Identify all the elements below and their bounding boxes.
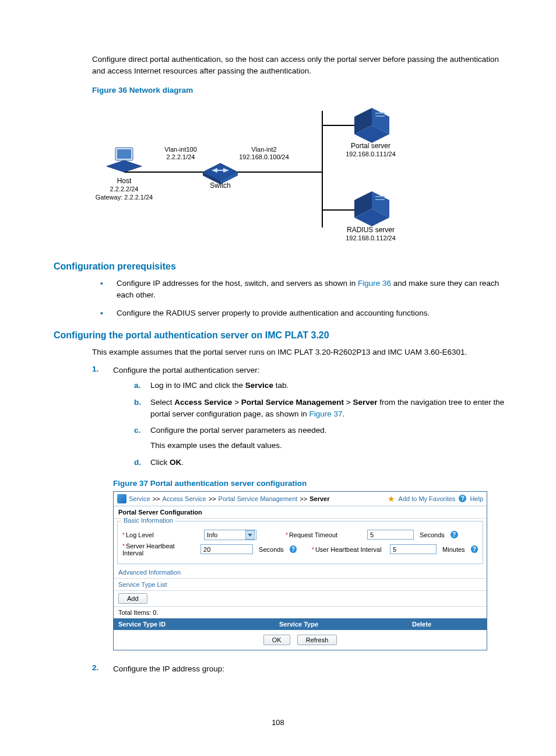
- radius-ip: 192.168.0.112/24: [336, 235, 406, 242]
- total-items-label: Total Items: 0.: [114, 606, 487, 618]
- step-1-number: 1.: [92, 365, 113, 473]
- breadcrumb-access-service[interactable]: Access Service: [163, 495, 206, 502]
- step-2-number: 2.: [92, 663, 113, 675]
- service-type-list-header: Service Type List: [114, 578, 487, 590]
- config-intro: This example assumes that the portal ser…: [92, 346, 509, 359]
- breadcrumb-sep-3: >>: [300, 495, 307, 502]
- substep-b-b1: Access Service: [174, 398, 232, 407]
- breadcrumb-service[interactable]: Service: [129, 495, 150, 502]
- breadcrumb: Service >> Access Service >> Portal Serv…: [114, 492, 487, 506]
- user-hb-input[interactable]: [390, 544, 437, 554]
- star-icon: ★: [388, 494, 395, 503]
- help-icon-user-hb[interactable]: ?: [471, 545, 478, 553]
- ok-button[interactable]: OK: [263, 635, 290, 645]
- network-diagram: Host 2.2.2.2/24 Gateway: 2.2.2.1/24 Vlan…: [92, 99, 418, 251]
- portal-ip: 192.168.0.111/24: [336, 150, 406, 158]
- breadcrumb-portal-mgmt[interactable]: Portal Service Management: [219, 495, 298, 502]
- help-icon-server-hb[interactable]: ?: [290, 545, 297, 553]
- breadcrumb-sep-2: >>: [209, 495, 216, 502]
- svg-rect-14: [375, 116, 385, 117]
- figure-36-link[interactable]: Figure 36: [358, 279, 391, 288]
- substep-d: d. Click OK.: [134, 457, 509, 468]
- breadcrumb-icon: [117, 494, 126, 503]
- substep-a-t2: tab.: [273, 381, 288, 390]
- advanced-info-link[interactable]: Advanced Information: [118, 569, 181, 576]
- step-1-text: Configure the portal authentication serv…: [113, 366, 259, 374]
- substep-b-sep1: >: [232, 398, 241, 407]
- breadcrumb-sep-1: >>: [153, 495, 160, 502]
- step-2-text: Configure the IP address group:: [113, 663, 509, 675]
- minutes-label: Minutes: [442, 546, 465, 553]
- svg-rect-6: [117, 149, 131, 159]
- substep-b-t1: Select: [150, 398, 174, 407]
- substep-a-t1: Log in to IMC and click the: [150, 381, 245, 390]
- table-header: Service Type ID Service Type Delete: [114, 618, 487, 630]
- prereq-bullet-1: Configure IP addresses for the host, swi…: [117, 278, 509, 302]
- svg-rect-19: [375, 199, 385, 200]
- figure-37-link[interactable]: Figure 37: [309, 410, 342, 418]
- prereq-bullet-2: Configure the RADIUS server properly to …: [117, 307, 509, 320]
- log-level-label: *Log Level: [122, 531, 198, 538]
- th-delete: Delete: [407, 618, 487, 630]
- substep-b-letter: b.: [134, 397, 150, 421]
- chevron-down-icon: [245, 530, 255, 540]
- add-favorites-link[interactable]: Add to My Favorites: [399, 495, 456, 502]
- vlan100-name: Vlan-int100: [146, 146, 216, 153]
- svg-marker-20: [248, 534, 252, 537]
- svg-rect-13: [375, 113, 385, 114]
- substep-d-t2: .: [181, 458, 184, 467]
- step-1: 1. Configure the portal authentication s…: [92, 365, 509, 473]
- heading-configuring: Configuring the portal authentication se…: [54, 330, 509, 341]
- seconds-label-1: Seconds: [420, 531, 445, 538]
- breadcrumb-server: Server: [309, 495, 329, 502]
- step-2: 2. Configure the IP address group:: [92, 663, 509, 675]
- figure-37-caption: Figure 37 Portal authentication server c…: [113, 479, 509, 488]
- radius-name: RADIUS server: [336, 226, 406, 234]
- substep-a-bold: Service: [245, 381, 273, 390]
- req-timeout-input[interactable]: [367, 530, 414, 540]
- help-icon-timeout[interactable]: ?: [451, 531, 458, 538]
- substep-d-t1: Click: [150, 458, 170, 467]
- vlan100-ip: 2.2.2.1/24: [146, 153, 216, 161]
- prereq-1-text-a: Configure IP addresses for the host, swi…: [117, 279, 358, 288]
- substep-b-b3: Server: [353, 398, 377, 407]
- substep-b: b. Select Access Service > Portal Servic…: [134, 397, 509, 421]
- substep-c-text: Configure the portal server parameters a…: [150, 426, 326, 435]
- host-gw: Gateway: 2.2.2.1/24: [89, 194, 159, 201]
- substep-d-bold: OK: [170, 458, 181, 467]
- figure-36-caption: Figure 36 Network diagram: [92, 86, 509, 94]
- user-hb-label: *User Heartbeat Interval: [312, 546, 384, 553]
- th-service-type-id: Service Type ID: [114, 618, 275, 630]
- seconds-label-2: Seconds: [259, 546, 284, 553]
- refresh-button[interactable]: Refresh: [297, 635, 337, 645]
- help-link[interactable]: Help: [470, 495, 483, 502]
- substep-b-sep2: >: [344, 398, 353, 407]
- log-level-select[interactable]: Info: [204, 530, 256, 540]
- basic-info-legend: Basic Information: [121, 517, 175, 524]
- server-hb-label: *Server Heartbeat Interval: [122, 542, 195, 556]
- vlan2-ip: 192.168.0.100/24: [229, 153, 299, 161]
- substep-d-letter: d.: [134, 457, 150, 468]
- heading-prerequisites: Configuration prerequisites: [54, 261, 509, 272]
- substep-a-letter: a.: [134, 380, 150, 391]
- switch-label: Switch: [185, 182, 255, 190]
- substep-b-b2: Portal Service Management: [241, 398, 344, 407]
- intro-paragraph: Configure direct portal authentication, …: [92, 54, 504, 78]
- host-ip: 2.2.2.2/24: [89, 186, 159, 193]
- svg-marker-4: [107, 160, 142, 172]
- log-level-value: Info: [207, 531, 217, 538]
- svg-rect-18: [375, 196, 385, 197]
- portal-server-config-panel: Service >> Access Service >> Portal Serv…: [113, 491, 487, 650]
- substep-c: c. Configure the portal server parameter…: [134, 425, 509, 452]
- page-number: 108: [0, 718, 556, 727]
- th-service-type: Service Type: [275, 618, 407, 630]
- basic-info-fieldset: Basic Information *Log Level Info *Reque…: [117, 521, 483, 564]
- host-label: Host: [89, 177, 159, 185]
- help-icon[interactable]: ?: [459, 495, 466, 502]
- substep-c-sub: This example uses the default values.: [150, 440, 509, 452]
- req-timeout-label: *Request Timeout: [286, 531, 361, 538]
- substep-b-t3: .: [342, 410, 344, 418]
- add-button[interactable]: Add: [118, 593, 147, 604]
- server-hb-input[interactable]: [200, 544, 253, 554]
- portal-name: Portal server: [336, 142, 406, 150]
